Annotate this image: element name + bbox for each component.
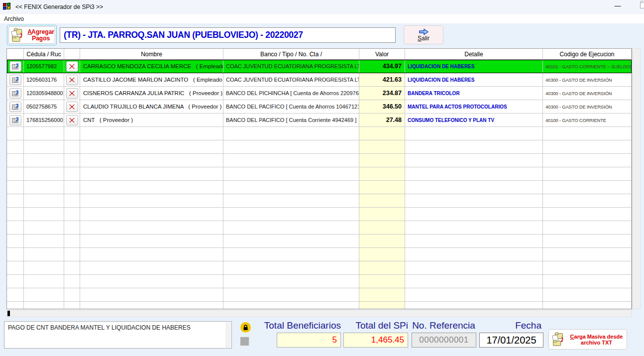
valor-cell[interactable]: 434.97 <box>359 60 405 73</box>
row-selector-cell[interactable] <box>7 73 24 87</box>
nombre-cell[interactable] <box>80 261 223 275</box>
delete-row-button[interactable] <box>66 115 78 125</box>
cedula-cell[interactable] <box>24 221 64 235</box>
banco-cell[interactable] <box>223 221 359 235</box>
salir-button[interactable]: SSaliralir <box>404 25 443 44</box>
cedula-cell[interactable] <box>24 154 64 167</box>
codigo-cell[interactable] <box>543 154 632 167</box>
edit-row-button[interactable] <box>9 75 21 85</box>
detalle-cell[interactable]: BANDERA TRICOLOR <box>405 87 543 100</box>
cedula-cell[interactable] <box>24 302 64 309</box>
codigo-cell[interactable] <box>543 194 632 208</box>
banco-cell[interactable] <box>223 288 359 302</box>
valor-cell[interactable] <box>359 235 405 248</box>
horizontal-scrollbar-thumb[interactable] <box>7 311 10 316</box>
detalle-cell[interactable] <box>405 140 543 154</box>
nombre-cell[interactable] <box>80 140 223 154</box>
cedula-cell[interactable] <box>24 235 64 248</box>
row-delete-cell[interactable] <box>64 194 80 208</box>
detalle-cell[interactable]: CONSUMO TELEFONICO Y PLAN TV <box>405 114 543 127</box>
cedula-cell[interactable] <box>24 127 64 140</box>
nombre-cell[interactable] <box>80 302 223 309</box>
valor-cell[interactable] <box>359 302 405 309</box>
header-codigo[interactable]: Codigo de Ejecucion <box>543 49 632 60</box>
codigo-cell[interactable]: 40100 - GASTO CORRIENTE <box>543 114 632 127</box>
grid-row[interactable]: 1205577982CARRASCO MENDOZA CECILIA MERCE… <box>7 60 632 73</box>
banco-cell[interactable]: BANCO DEL PACIFICO [ Cuenta de Ahorros 1… <box>223 100 359 114</box>
nombre-cell[interactable] <box>80 194 223 208</box>
valor-cell[interactable]: 421.63 <box>359 73 405 87</box>
agregar-pagos-button[interactable]: AAgregarPagos <box>7 25 57 45</box>
grid-row[interactable]: 1768152560001CNT ( Proveedor )BANCO DEL … <box>7 114 632 127</box>
cedula-cell[interactable] <box>24 140 64 154</box>
row-delete-cell[interactable] <box>64 167 80 181</box>
entity-title-field[interactable]: (TR) - JTA. PARROQ.SAN JUAN (PUEBLOVIEJO… <box>60 27 396 43</box>
banco-cell[interactable] <box>223 181 359 194</box>
row-selector-cell[interactable] <box>7 167 24 181</box>
header-detalle[interactable]: Detalle <box>405 49 543 60</box>
row-delete-cell[interactable] <box>64 302 80 309</box>
cedula-cell[interactable]: 1768152560001 <box>24 114 64 127</box>
row-delete-cell[interactable] <box>64 275 80 288</box>
row-selector-cell[interactable] <box>7 140 24 154</box>
row-selector-cell[interactable] <box>7 154 24 167</box>
nombre-cell[interactable]: CISNEROS CARRANZA JULIA PATRIC ( Proveed… <box>80 87 223 100</box>
row-delete-cell[interactable] <box>64 60 80 73</box>
detalle-cell[interactable]: LIQUIDACION DE HABERES <box>405 60 543 73</box>
detalle-cell[interactable] <box>405 275 543 288</box>
fecha-field[interactable]: 17/01/2025 <box>479 333 543 348</box>
row-selector-cell[interactable] <box>7 60 24 73</box>
edit-row-button[interactable] <box>9 115 21 125</box>
row-selector-cell[interactable] <box>7 127 24 140</box>
row-selector-cell[interactable] <box>7 275 24 288</box>
row-delete-cell[interactable] <box>64 181 80 194</box>
valor-cell[interactable] <box>359 261 405 275</box>
banco-cell[interactable]: BANCO DEL PACIFICO [ Cuenta Corriente 49… <box>223 114 359 127</box>
row-delete-cell[interactable] <box>64 114 80 127</box>
codigo-cell[interactable] <box>543 221 632 235</box>
detalle-cell[interactable]: LIQUIDACION DE HABERES <box>405 73 543 87</box>
valor-cell[interactable] <box>359 288 405 302</box>
row-selector-cell[interactable] <box>7 100 24 114</box>
cedula-cell[interactable] <box>24 248 64 261</box>
row-selector-cell[interactable] <box>7 208 24 221</box>
nombre-cell[interactable] <box>80 167 223 181</box>
codigo-cell[interactable] <box>543 235 632 248</box>
codigo-cell[interactable] <box>543 302 632 309</box>
codigo-cell[interactable] <box>543 140 632 154</box>
grid-row[interactable]: 1205603176CASTILLO JACOME MARLON JACINTO… <box>7 73 632 87</box>
row-selector-cell[interactable] <box>7 87 24 100</box>
valor-cell[interactable]: 346.50 <box>359 100 405 114</box>
banco-cell[interactable] <box>223 167 359 181</box>
valor-cell[interactable] <box>359 154 405 167</box>
nombre-cell[interactable] <box>80 208 223 221</box>
detalle-cell[interactable] <box>405 288 543 302</box>
cedula-cell[interactable] <box>24 194 64 208</box>
vertical-scrollbar[interactable] <box>633 48 641 309</box>
edit-row-button[interactable] <box>9 61 21 72</box>
delete-row-button[interactable] <box>66 102 78 112</box>
cedula-cell[interactable]: 1205577982 <box>24 60 64 73</box>
detalle-cell[interactable] <box>405 261 543 275</box>
detalle-cell[interactable] <box>405 221 543 235</box>
minimize-button[interactable]: — <box>611 2 624 12</box>
header-cedula[interactable]: Cédula / Ruc <box>24 49 64 60</box>
nombre-cell[interactable] <box>80 235 223 248</box>
row-delete-cell[interactable] <box>64 261 80 275</box>
horizontal-scrollbar[interactable] <box>6 310 632 317</box>
header-nombre[interactable]: Nombre <box>80 49 223 60</box>
valor-cell[interactable] <box>359 194 405 208</box>
nombre-cell[interactable]: CLAUDIO TRUJILLO BLANCA JIMENA ( Proveed… <box>80 100 223 114</box>
nombre-cell[interactable] <box>80 275 223 288</box>
codigo-cell[interactable] <box>543 275 632 288</box>
gray-square-button[interactable] <box>239 336 250 347</box>
cedula-cell[interactable] <box>24 288 64 302</box>
valor-cell[interactable]: 234.87 <box>359 87 405 100</box>
codigo-cell[interactable] <box>543 261 632 275</box>
nombre-cell[interactable] <box>80 154 223 167</box>
row-delete-cell[interactable] <box>64 154 80 167</box>
row-delete-cell[interactable] <box>64 73 80 87</box>
row-delete-cell[interactable] <box>64 208 80 221</box>
cedula-cell[interactable] <box>24 275 64 288</box>
detalle-cell[interactable] <box>405 302 543 309</box>
